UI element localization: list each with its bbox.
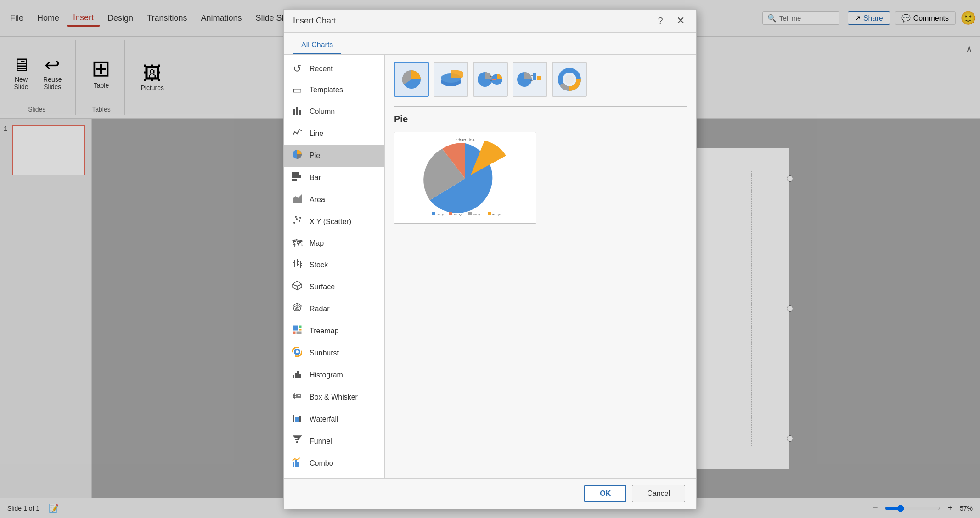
chart-type-sunburst-label: Sunburst [310,349,339,357]
waterfall-icon [291,413,303,426]
chart-type-area[interactable]: Area [284,189,384,211]
legend-orange-label: 2nd Qtr [454,213,463,216]
chart-type-boxwhisker-label: Box & Whisker [310,393,358,401]
chart-type-sunburst[interactable]: Sunburst [284,342,384,364]
chart-type-histogram[interactable]: Histogram [284,364,384,386]
svg-rect-57 [293,462,294,467]
chart-type-pie[interactable]: Pie [284,145,384,167]
subtype-3dpie[interactable] [434,62,468,97]
dialog-overlay: Insert Chart ? ✕ All Charts ↺ Recent [0,0,980,518]
svg-rect-4 [292,172,299,175]
chart-type-radar-label: Radar [310,305,330,313]
svg-marker-23 [297,284,302,290]
svg-rect-54 [294,436,300,438]
chart-type-funnel-label: Funnel [310,437,332,445]
dialog-title: Insert Chart [293,16,654,26]
ok-button[interactable]: OK [584,485,626,502]
chart-type-treemap-label: Treemap [310,327,338,335]
svg-rect-39 [293,375,294,378]
svg-rect-0 [293,109,295,115]
subtype-pieofpie[interactable] [473,62,508,97]
svg-rect-52 [299,416,301,422]
chart-type-histogram-label: Histogram [310,371,343,379]
dialog-close-button[interactable]: ✕ [674,14,687,27]
subtype-doughnut[interactable] [552,62,587,97]
chart-type-map[interactable]: 🗺 Map [284,233,384,254]
chart-type-funnel[interactable]: Funnel [284,430,384,452]
chart-type-column[interactable]: Column [284,101,384,123]
bar-icon [291,171,303,184]
chart-type-line[interactable]: Line [284,123,384,145]
svg-rect-5 [292,175,301,178]
combo-icon [291,457,303,470]
area-icon [291,193,303,206]
chart-type-recent-label: Recent [310,65,333,73]
map-icon: 🗺 [291,237,303,249]
subtype-barofpie[interactable] [513,62,547,97]
boxwhisker-icon [291,391,303,404]
tab-all-charts[interactable]: All Charts [293,37,341,54]
chart-type-waterfall[interactable]: Waterfall [284,408,384,430]
recent-icon: ↺ [291,63,303,75]
svg-rect-58 [295,460,297,467]
legend-gray-rect [468,212,472,215]
svg-rect-50 [295,417,297,422]
svg-rect-42 [299,374,301,378]
legend-gray-label: 3rd Qtr [473,213,482,216]
legend-blue-label: 1st Qtr [436,213,445,216]
svg-rect-6 [292,179,297,181]
svg-rect-59 [297,462,299,467]
dialog-body: ↺ Recent ▭ Templates Column [284,55,696,478]
svg-rect-36 [296,331,302,334]
chart-subtypes-area: Pie Chart Title [385,55,696,478]
chart-type-bar-label: Bar [310,174,321,182]
chart-type-radar[interactable]: Radar [284,298,384,320]
treemap-icon [291,325,303,338]
chart-type-bar[interactable]: Bar [284,167,384,189]
svg-rect-1 [296,107,298,115]
svg-rect-55 [295,439,299,440]
insert-chart-dialog: Insert Chart ? ✕ All Charts ↺ Recent [283,9,697,509]
selected-subtype-name: Pie [394,114,687,124]
svg-point-11 [295,216,297,218]
chart-type-combo[interactable]: Combo [284,452,384,474]
chart-type-templates[interactable]: ▭ Templates [284,79,384,101]
radar-icon [291,303,303,315]
svg-rect-32 [293,325,298,331]
dialog-tabs: All Charts [284,33,696,55]
chart-type-combo-label: Combo [310,459,333,467]
chart-type-scatter-label: X Y (Scatter) [310,218,351,226]
chart-type-templates-label: Templates [310,86,343,94]
svg-marker-7 [293,194,302,203]
cancel-button[interactable]: Cancel [632,485,685,502]
svg-rect-49 [293,415,294,422]
scatter-icon [291,215,303,228]
dialog-help-icon[interactable]: ? [654,14,667,27]
stock-icon [291,259,303,271]
subtype-thumbnails [394,62,687,97]
subtype-pie[interactable] [394,62,429,97]
svg-rect-69 [537,76,541,80]
svg-rect-68 [533,73,536,80]
chart-type-surface[interactable]: Surface [284,276,384,298]
svg-point-10 [299,220,300,222]
svg-rect-35 [293,331,296,334]
funnel-icon [291,435,303,448]
pie-chart-preview-svg: Chart Title 1st Qtr [399,135,532,220]
chart-type-recent[interactable]: ↺ Recent [284,58,384,79]
svg-point-12 [299,217,301,219]
chart-type-waterfall-label: Waterfall [310,415,338,423]
svg-rect-51 [297,417,299,422]
svg-point-37 [295,349,299,354]
svg-point-8 [293,222,295,224]
legend-yellow-rect [488,212,491,215]
svg-rect-2 [299,110,301,115]
chart-type-treemap[interactable]: Treemap [284,320,384,342]
subtype-divider [394,106,687,107]
chart-type-stock-label: Stock [310,261,328,269]
dialog-titlebar: Insert Chart ? ✕ [284,10,696,33]
svg-rect-56 [296,441,298,443]
chart-type-scatter[interactable]: X Y (Scatter) [284,211,384,233]
chart-type-boxwhisker[interactable]: Box & Whisker [284,386,384,408]
chart-type-stock[interactable]: Stock [284,254,384,276]
